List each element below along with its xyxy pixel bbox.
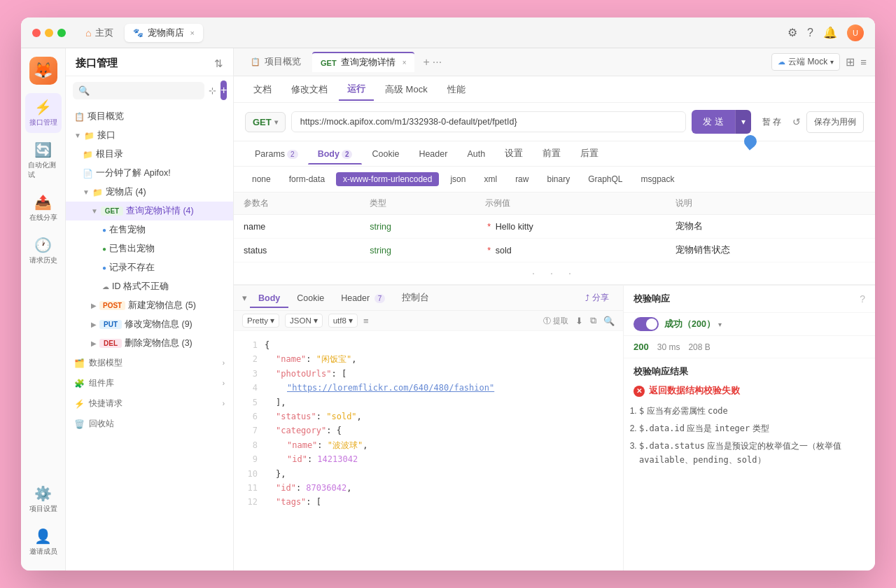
tree-item-petshop[interactable]: ▼ 📁 宠物店 (4)	[66, 183, 233, 202]
param-tab-cookie[interactable]: Cookie	[362, 144, 409, 164]
body-type-msgpack[interactable]: msgpack	[634, 172, 682, 186]
tree-section-components[interactable]: 🧩 组件库 ›	[66, 373, 233, 393]
validation-question-icon[interactable]: ?	[860, 293, 865, 304]
body-type-raw[interactable]: raw	[508, 172, 536, 186]
send-dropdown-button[interactable]: ▾	[735, 110, 751, 134]
menu-icon[interactable]: ≡	[860, 56, 867, 68]
del-pet-arrow-icon: ▶	[91, 340, 97, 347]
send-arrow-icon: ▾	[741, 117, 746, 127]
tree-item-interfaces[interactable]: ▼ 📁 接口	[66, 126, 233, 145]
tree-item-post-pet[interactable]: ▶ POST 新建宠物信息 (5)	[66, 296, 233, 315]
bell-icon[interactable]: 🔔	[823, 26, 837, 39]
tab-close-icon[interactable]: ×	[190, 29, 194, 37]
param-tab-header[interactable]: Header	[409, 144, 457, 164]
body-type-graphql[interactable]: GraphQL	[581, 172, 629, 186]
send-button[interactable]: 发 送	[692, 110, 735, 134]
sub-tab-advanced-mock[interactable]: 高级 Mock	[377, 79, 436, 100]
tree-section-trash[interactable]: 🗑️ 回收站	[66, 414, 233, 434]
search-response-icon[interactable]: 🔍	[603, 316, 615, 326]
body-type-urlencoded[interactable]: x-www-form-urlencoded	[336, 172, 439, 186]
code-line-11: 11 "id": 87036042,	[245, 481, 612, 495]
add-button[interactable]: +	[220, 80, 227, 100]
copy-icon[interactable]: ⧉	[590, 315, 596, 326]
sidebar-item-automation[interactable]: 🔄 自动化测试	[25, 136, 62, 186]
sidebar-item-share[interactable]: 📤 在线分享	[25, 188, 62, 228]
tree-item-notfound[interactable]: ● 记录不存在	[66, 258, 233, 277]
cloud-mock-button[interactable]: ☁ 云端 Mock ▾	[771, 53, 840, 71]
sidebar-item-settings[interactable]: ⚙️ 项目设置	[25, 479, 62, 519]
method-del-badge: DEL	[99, 339, 122, 348]
download-icon[interactable]: ⬇	[575, 316, 583, 326]
tree-item-available[interactable]: ● 在售宠物	[66, 220, 233, 239]
params-table: 参数名 类型 示例值 说明 name string * Hello k	[234, 192, 875, 262]
type-select[interactable]: JSON ▾	[285, 314, 323, 328]
traffic-light-red[interactable]	[32, 29, 41, 37]
sidebar-item-invite[interactable]: 👤 邀请成员	[25, 522, 62, 562]
sub-tab-run[interactable]: 运行	[339, 78, 374, 101]
body-type-formdata[interactable]: form-data	[282, 172, 332, 186]
response-tab-console[interactable]: 控制台	[393, 287, 438, 309]
refresh-button[interactable]: ↺	[792, 116, 801, 127]
invite-icon: 👤	[34, 528, 52, 545]
body-type-xml[interactable]: xml	[477, 172, 504, 186]
param-tab-auth[interactable]: Auth	[457, 144, 495, 164]
param-tab-settings[interactable]: 设置	[495, 142, 533, 165]
gear-icon[interactable]: ⚙	[788, 26, 797, 39]
encoding-select[interactable]: utf8 ▾	[328, 314, 358, 328]
sub-tab-edit-docs[interactable]: 修改文档	[283, 79, 336, 100]
body-type-binary[interactable]: binary	[540, 172, 577, 186]
validation-toggle[interactable]	[634, 317, 659, 331]
collapse-icon[interactable]: ▾	[242, 293, 247, 303]
tree-section-quickreq[interactable]: ⚡ 快捷请求 ›	[66, 393, 233, 414]
search-input[interactable]	[94, 85, 199, 95]
url-input[interactable]	[291, 111, 686, 132]
quickreq-icon: ⚡	[74, 399, 85, 409]
param-tab-pre[interactable]: 前置	[533, 142, 570, 165]
response-time: 30 ms	[657, 342, 680, 352]
body-type-none[interactable]: none	[245, 172, 278, 186]
sub-tab-docs[interactable]: 文档	[245, 79, 280, 100]
tree-item-get-pet[interactable]: ▼ GET 查询宠物详情 (4)	[66, 202, 233, 220]
content-tab-overview[interactable]: 📋 项目概览	[242, 52, 309, 71]
code-view: 1 { 2 "name": "闲饭宝", 3 "photoUrls": [	[234, 331, 623, 570]
param-tab-params[interactable]: Params2	[245, 144, 308, 164]
sidebar-item-history[interactable]: 🕐 请求历史	[25, 231, 62, 271]
method-selector[interactable]: GET ▾	[245, 112, 286, 132]
tree-item-badid[interactable]: ☁ ID 格式不正确	[66, 277, 233, 296]
sub-tab-performance[interactable]: 性能	[439, 79, 474, 100]
share-button[interactable]: ⤴ 分享	[580, 290, 615, 306]
save-tmp-button[interactable]: 暂 存	[757, 112, 787, 132]
status-chevron-icon[interactable]: ▾	[718, 321, 722, 328]
save-example-button[interactable]: 保存为用例	[806, 111, 864, 133]
tree-item-root[interactable]: 📁 根目录	[66, 145, 233, 164]
filter-button[interactable]: ⊹	[209, 80, 216, 100]
response-tab-body[interactable]: Body	[250, 288, 288, 308]
body-type-json[interactable]: json	[443, 172, 472, 186]
tree-item-del-pet[interactable]: ▶ DEL 删除宠物信息 (3)	[66, 334, 233, 353]
more-tabs-icon[interactable]: ···	[433, 56, 442, 69]
response-tab-header[interactable]: Header 7	[332, 288, 393, 308]
layout-icon[interactable]: ⊞	[846, 55, 855, 69]
tree-item-sold[interactable]: ● 已售出宠物	[66, 239, 233, 258]
tab-home[interactable]: ⌂ 主页	[77, 24, 122, 42]
tab-pet-shop[interactable]: 🐾 宠物商店 ×	[125, 24, 202, 42]
format-select[interactable]: Pretty ▾	[242, 314, 279, 328]
tree-item-put-pet[interactable]: ▶ PUT 修改宠物信息 (9)	[66, 315, 233, 334]
content-tab-get-pet[interactable]: GET 查询宠物详情 ×	[312, 52, 414, 72]
new-tab-icon[interactable]: +	[423, 56, 429, 69]
traffic-light-green[interactable]	[57, 29, 66, 37]
sort-icon[interactable]: ⇅	[214, 57, 223, 70]
avatar[interactable]: U	[847, 24, 864, 41]
traffic-light-yellow[interactable]	[45, 29, 53, 37]
param-tab-body[interactable]: Body2	[308, 144, 363, 164]
question-icon[interactable]: ?	[807, 27, 813, 39]
get-tab-close-icon[interactable]: ×	[402, 59, 407, 66]
tree-item-overview[interactable]: 📋 项目概览	[66, 107, 233, 126]
interfaces-icon: 📁	[84, 131, 94, 141]
list-icon[interactable]: ≡	[363, 316, 369, 326]
tree-item-learn[interactable]: 📄 一分钟了解 Apifox!	[66, 164, 233, 183]
response-tab-cookie[interactable]: Cookie	[288, 288, 332, 308]
param-tab-post[interactable]: 后置	[570, 142, 608, 165]
tree-section-data-model[interactable]: 🗂️ 数据模型 ›	[66, 353, 233, 373]
sidebar-item-interface[interactable]: ⚡ 接口管理	[25, 93, 62, 133]
